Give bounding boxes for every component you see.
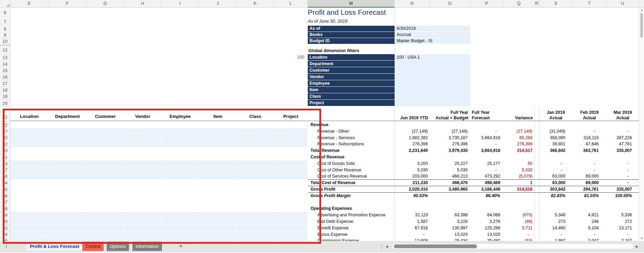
horizontal-scrollbar-thumb[interactable] xyxy=(394,244,477,248)
cell-value[interactable]: 5,348 xyxy=(528,212,565,218)
filter-value-cell[interactable] xyxy=(395,61,470,67)
filter-code-cell[interactable]: 100 xyxy=(274,54,306,60)
value-column-header[interactable]: Feb 2019Actual xyxy=(572,109,607,121)
row-number[interactable]: 8 xyxy=(0,26,10,32)
cell-value[interactable]: - xyxy=(561,167,599,173)
filter-value-cell[interactable] xyxy=(395,100,470,106)
row-label[interactable]: Cost of Goods Sold xyxy=(317,160,354,167)
cell-value[interactable]: - xyxy=(594,180,632,186)
cell-value[interactable]: 468,213 xyxy=(430,173,468,180)
cell-value[interactable]: - xyxy=(528,231,565,238)
cell-value[interactable]: 5,030 xyxy=(390,167,428,173)
cell-value[interactable]: - xyxy=(594,128,632,135)
cell-value[interactable]: - xyxy=(594,173,632,180)
cell-value[interactable]: 5,711 xyxy=(495,225,532,231)
cell-value[interactable]: 63,000 xyxy=(528,180,565,186)
cell-value[interactable]: (48) xyxy=(495,218,532,225)
cell-value[interactable]: 335,007 xyxy=(594,186,632,193)
value-column-header[interactable]: Mar 2019Actual xyxy=(607,109,639,121)
cell-value[interactable]: 31,119 xyxy=(390,212,428,218)
cell-value[interactable]: 14,460 xyxy=(528,225,565,231)
cell-value[interactable]: 100.00% xyxy=(594,193,632,199)
cell-value[interactable]: 1 xyxy=(495,180,532,186)
row-number[interactable]: 16 xyxy=(0,74,10,80)
cell-value[interactable]: 63,398 xyxy=(430,212,468,218)
value-column-header[interactable]: Jan 2019Actual xyxy=(539,109,572,121)
cell-value[interactable]: 47,781 xyxy=(594,141,632,147)
cell-value[interactable]: 69,000 xyxy=(561,173,599,180)
column-header-T[interactable]: T xyxy=(572,0,607,8)
cell-value[interactable]: 65,269 xyxy=(495,135,532,141)
cell-value[interactable]: 2,047 xyxy=(561,238,599,241)
cell-value[interactable]: 2,231,640 xyxy=(390,147,428,154)
column-header-O[interactable]: O xyxy=(430,0,470,8)
cell-value[interactable]: 2,247 xyxy=(594,238,632,241)
cell-value[interactable]: 67,918 xyxy=(390,225,428,231)
cell-value[interactable]: 25,227 xyxy=(430,160,468,167)
filter-label-bar[interactable]: Employee xyxy=(308,80,395,86)
scroll-up-icon[interactable]: ▲ xyxy=(639,9,644,12)
filter-value-cell[interactable] xyxy=(395,93,470,100)
cell-value[interactable]: 314,517 xyxy=(495,147,532,154)
column-header-K[interactable]: K xyxy=(237,0,274,8)
row-number[interactable]: 20 xyxy=(0,100,10,107)
cell-value[interactable]: 316,115 xyxy=(561,135,599,141)
cell-value[interactable]: 13,171 xyxy=(594,225,632,231)
value-column-header[interactable]: Variance xyxy=(503,109,535,121)
filter-value-cell[interactable] xyxy=(395,74,470,80)
cell-value[interactable]: 1,987 xyxy=(528,238,565,241)
cell-value[interactable]: 63,000 xyxy=(528,173,565,180)
filter-label-bar[interactable]: Customer xyxy=(308,67,395,73)
scroll-right-icon[interactable]: ▶ xyxy=(636,242,638,251)
row-label[interactable]: Revenue - Services xyxy=(317,135,355,141)
column-header-S[interactable]: S xyxy=(539,0,572,8)
filter-label-bar[interactable]: Location xyxy=(308,54,395,60)
cell-value[interactable]: (670) xyxy=(495,212,532,218)
row-number[interactable]: 14 xyxy=(0,61,10,67)
cell-value[interactable]: 276,396 xyxy=(430,141,468,147)
row-number[interactable]: 15 xyxy=(0,67,10,74)
cell-value[interactable]: 358,090 xyxy=(528,135,565,141)
row-number[interactable]: 9 xyxy=(0,32,10,38)
filters-heading[interactable]: Global dimension filters xyxy=(308,48,359,53)
cell-value[interactable]: 3,979,435 xyxy=(430,147,468,154)
filter-label-bar[interactable]: Department xyxy=(308,61,395,67)
column-header-F[interactable]: F xyxy=(48,0,86,8)
filter-label-bar[interactable]: Project xyxy=(308,100,395,106)
scroll-down-icon[interactable]: ▼ xyxy=(639,237,644,240)
value-column-header[interactable]: Jun 2019 YTD xyxy=(395,109,430,121)
info-value-cell[interactable]: 6/30/2019 xyxy=(395,26,470,32)
cell-value[interactable]: 9,104 xyxy=(561,225,599,231)
info-label-bar[interactable]: Books xyxy=(308,32,395,38)
cell-value[interactable]: 5,030 xyxy=(495,167,532,173)
cell-value[interactable]: 276,396 xyxy=(495,141,532,147)
cell-value[interactable]: 50 xyxy=(495,160,532,167)
cell-value[interactable]: 39,801 xyxy=(528,141,565,147)
cell-value[interactable]: 272 xyxy=(594,218,632,225)
row-number[interactable]: 10 xyxy=(0,38,10,45)
cell-value[interactable]: - xyxy=(594,231,632,238)
cell-value[interactable]: 13,020 xyxy=(430,231,468,238)
filter-value-cell[interactable] xyxy=(395,80,470,87)
cell-value[interactable]: - xyxy=(561,231,599,238)
cell-value[interactable]: - xyxy=(594,160,632,167)
report-subtitle[interactable]: As of June 30, 2019 xyxy=(308,19,348,24)
cell-value[interactable]: 363,761 xyxy=(561,147,599,154)
cell-value[interactable]: 498,470 xyxy=(430,180,468,186)
cell-value[interactable]: 12,608 xyxy=(390,238,428,241)
cell-value[interactable]: 303,842 xyxy=(528,186,565,193)
cell-value[interactable]: (5,079) xyxy=(495,173,532,180)
cell-value[interactable]: 5,336 xyxy=(594,212,632,218)
column-header-J[interactable]: J xyxy=(199,0,237,8)
cell-value[interactable]: - xyxy=(390,231,428,238)
cell-value[interactable]: 314,516 xyxy=(495,186,532,193)
row-label[interactable]: Commission Expense xyxy=(317,238,359,241)
row-label[interactable]: Bonus Expense xyxy=(317,231,348,238)
cell-value[interactable]: 1,587 xyxy=(390,218,428,225)
column-header-P[interactable]: P xyxy=(470,0,503,8)
select-all-corner[interactable] xyxy=(0,0,10,8)
row-number[interactable]: 19 xyxy=(0,93,10,100)
cell-value[interactable]: (27,149) xyxy=(430,128,468,135)
cell-value[interactable]: 90.53% xyxy=(390,193,428,199)
cell-value[interactable]: 246 xyxy=(561,218,599,225)
